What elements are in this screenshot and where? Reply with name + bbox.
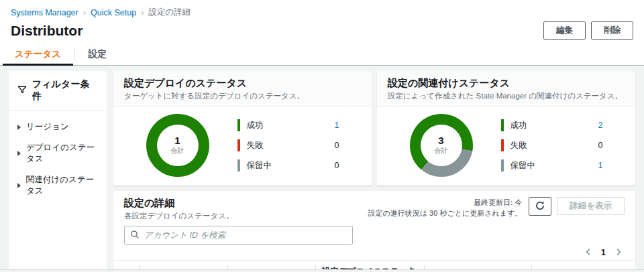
current-page-number[interactable]: 1 — [601, 247, 606, 257]
tab-status[interactable]: ステータス — [1, 44, 74, 65]
legend-value-failed: 0 — [598, 141, 603, 150]
donut-total-value: 1 — [174, 135, 180, 146]
view-details-button[interactable]: 詳細を表示 — [557, 197, 625, 215]
legend-label: 失敗 — [511, 140, 592, 151]
legend-color-success — [237, 119, 240, 131]
config-details-card: 設定の詳細 各設定デプロイのステータス。 最終更新日: 今 設定の進行状況は 3… — [113, 191, 635, 272]
legend-item-pending: 保留中 0 — [237, 159, 339, 172]
last-updated-line: 最終更新日: 今 — [368, 198, 523, 208]
legend-value-failed: 0 — [335, 141, 339, 150]
donut-total-value: 3 — [438, 135, 443, 146]
refresh-icon — [535, 200, 545, 213]
association-status-card-title: 設定の関連付けステータス — [388, 77, 625, 90]
legend-color-pending — [237, 159, 240, 172]
legend-color-pending — [501, 159, 504, 172]
expand-caret-icon — [17, 183, 21, 188]
expand-caret-icon — [17, 125, 21, 130]
deploy-status-donut-chart: 1 合計 — [146, 114, 209, 177]
legend-item-failed: 失敗 0 — [237, 139, 339, 151]
association-status-legend: 成功 2 失敗 0 保留中 1 — [501, 119, 603, 172]
association-status-card-desc: 設定によって作成された State Manager の関連付けのステータス。 — [388, 91, 625, 101]
expand-caret-icon — [17, 151, 21, 156]
legend-label: 成功 — [247, 120, 328, 131]
deploy-status-card-title: 設定デプロイのステータス — [124, 77, 361, 90]
filter-panel: フィルター条件 リージョン デプロイのステータス 関連付けのステータス — [9, 71, 107, 272]
filter-group-label: リージョン — [26, 121, 69, 133]
association-status-card: 設定の関連付けステータス 設定によって作成された State Manager の… — [377, 71, 635, 186]
refresh-button[interactable] — [529, 197, 551, 216]
breadcrumb-separator-icon: › — [141, 7, 144, 17]
legend-value-success[interactable]: 2 — [598, 121, 603, 130]
breadcrumb-current: 設定の詳細 — [149, 7, 191, 18]
account-search-box — [124, 226, 353, 245]
config-details-title: 設定の詳細 — [124, 197, 233, 210]
next-page-icon[interactable] — [614, 247, 623, 257]
refresh-note-line: 設定の進行状況は 30 秒ごとに更新されます。 — [368, 208, 523, 219]
account-search-input[interactable] — [144, 230, 347, 240]
filter-panel-title: フィルター条件 — [32, 78, 98, 103]
donut-total-label: 合計 — [435, 146, 448, 155]
prev-page-icon[interactable] — [584, 247, 593, 257]
donut-total-label: 合計 — [171, 146, 184, 155]
tab-settings[interactable]: 設定 — [75, 44, 120, 65]
legend-label: 保留中 — [247, 160, 328, 172]
legend-color-failed — [237, 139, 240, 151]
legend-color-success — [501, 119, 504, 131]
page-header: Systems Manager › Quick Setup › 設定の詳細 Di… — [0, 0, 644, 66]
last-updated-text: 最終更新日: 今 設定の進行状況は 30 秒ごとに更新されます。 — [368, 198, 523, 219]
association-status-donut-chart: 3 合計 — [410, 114, 473, 177]
viewport-bottom-edge — [0, 269, 644, 272]
filter-funnel-icon — [17, 85, 27, 96]
config-details-desc: 各設定デプロイのステータス。 — [124, 211, 233, 221]
filter-group-association-status[interactable]: 関連付けのステータス — [9, 169, 107, 202]
breadcrumb-separator-icon: › — [83, 7, 86, 17]
legend-color-failed — [501, 139, 504, 151]
filter-group-label: 関連付けのステータス — [26, 174, 98, 197]
deploy-status-card-desc: ターゲットに対する設定のデプロイのステータス。 — [124, 91, 361, 101]
legend-item-success: 成功 1 — [237, 119, 339, 131]
page-title: Distributor — [11, 22, 83, 40]
breadcrumb-quick-setup[interactable]: Quick Setup — [91, 8, 136, 17]
filter-group-region[interactable]: リージョン — [9, 117, 107, 137]
legend-value-pending[interactable]: 1 — [598, 161, 603, 170]
filter-group-deploy-status[interactable]: デプロイのステータス — [9, 137, 107, 169]
tab-bar: ステータス 設定 — [0, 44, 644, 66]
breadcrumb-systems-manager[interactable]: Systems Manager — [11, 8, 78, 17]
legend-item-success: 成功 2 — [501, 119, 603, 131]
deploy-status-legend: 成功 1 失敗 0 保留中 0 — [237, 119, 339, 172]
legend-label: 成功 — [511, 120, 592, 131]
legend-item-pending: 保留中 1 — [501, 159, 603, 172]
legend-value-success[interactable]: 1 — [335, 121, 339, 130]
legend-value-pending: 0 — [335, 161, 339, 170]
delete-button[interactable]: 削除 — [591, 21, 633, 40]
edit-button[interactable]: 編集 — [543, 21, 586, 40]
legend-item-failed: 失敗 0 — [501, 139, 603, 151]
header-actions: 編集 削除 — [543, 21, 633, 40]
deploy-status-card: 設定デプロイのステータス ターゲットに対する設定のデプロイのステータス。 1 合… — [113, 71, 372, 186]
filter-group-label: デプロイのステータス — [26, 142, 98, 165]
pagination: 1 — [113, 245, 635, 258]
breadcrumb: Systems Manager › Quick Setup › 設定の詳細 — [0, 0, 644, 19]
search-icon — [130, 230, 140, 241]
legend-label: 保留中 — [511, 160, 592, 172]
legend-label: 失敗 — [247, 140, 328, 151]
